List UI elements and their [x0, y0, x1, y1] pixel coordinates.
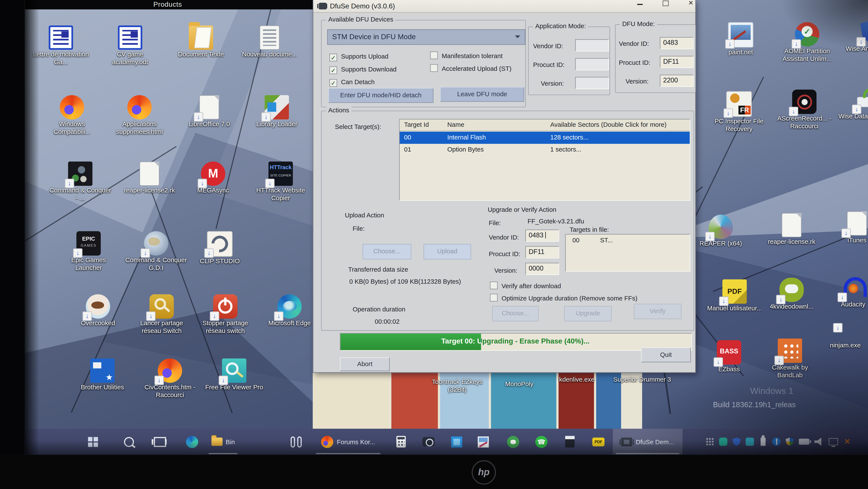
taskbar-notepad[interactable] — [559, 429, 581, 455]
desktop-icon-ezbass[interactable]: ↓EZbass — [698, 340, 760, 373]
upgrade-vendor-field[interactable]: 0483 — [525, 230, 559, 242]
taskbar-camera[interactable] — [417, 429, 440, 455]
taskbar-edge[interactable] — [181, 429, 203, 455]
desktop-icon-pc-inspector-file-recovery[interactable]: ↓PC Inspector File Recovery — [708, 91, 770, 133]
teal-app-tray-icon[interactable] — [719, 437, 727, 446]
desktop-icon-ninjam-exe[interactable]: ↓ninjam.exe — [814, 332, 868, 349]
desktop-icon-stopper-partage-r-seau-switch[interactable]: ↓Stopper partage réseau switch — [194, 294, 256, 335]
taskbar-firefox-window[interactable]: Forums Kor... — [313, 429, 383, 455]
desktop-icon-paint-net[interactable]: ↓paint.net — [710, 22, 772, 56]
supports-download-checkbox[interactable]: ✓Supports Download — [329, 65, 397, 73]
dfu-product-id-field[interactable]: DF11 — [660, 56, 693, 68]
leave-dfu-mode-button[interactable]: Leave DFU mode — [440, 87, 524, 102]
taskbar-switch-app[interactable] — [284, 429, 308, 455]
desktop-icon-wise-data-recovery[interactable]: ↓Wise Data Recovery — [836, 87, 868, 120]
targets-in-file-list[interactable]: 00 ST... — [565, 234, 690, 272]
upgrade-choose-button[interactable]: Choose... — [492, 306, 538, 321]
desktop-icon-audacity[interactable]: ↓Audacity — [822, 275, 868, 308]
avast-tray-icon[interactable] — [843, 437, 851, 446]
desktop-icon-epic-games-launcher[interactable]: ↓Epic Games Launcher — [58, 231, 120, 272]
desktop-icon-overcooked[interactable]: ↓Overcooked — [67, 294, 129, 327]
taskbar-calculator[interactable] — [390, 429, 412, 455]
desktop-icon-ascreenrecord-raccourci[interactable]: ↓AScreenRecord... - Raccourci — [773, 90, 835, 130]
file-target-row-00[interactable]: 00 ST... — [566, 237, 690, 247]
enter-dfu-mode-button[interactable]: Enter DFU mode/HID detach — [328, 88, 434, 103]
taskbar-video-app[interactable] — [502, 429, 524, 455]
upgrade-button[interactable]: Upgrade — [564, 306, 612, 321]
quit-button[interactable]: Quit — [641, 347, 691, 362]
supports-upload-checkbox[interactable]: ✓Supports Upload — [329, 53, 389, 60]
desktop-icon-monopoly[interactable]: ↓MonoPoly — [488, 371, 550, 388]
volume-tray-icon[interactable] — [814, 437, 824, 446]
battery-tray-icon[interactable] — [799, 438, 809, 445]
desktop-icon-wise-anti-malware[interactable]: ↓Wise Anti Malware — [841, 20, 868, 53]
desktop-icon-aomei-partition-assistant-unlim[interactable]: ↓AOMEI Partition Assistant Unlim... — [776, 22, 838, 63]
bluetooth-tray-icon[interactable] — [772, 437, 781, 446]
search-button[interactable] — [118, 429, 140, 455]
desktop-icon-4kvideodownl[interactable]: ↓4kvideodownl... — [761, 278, 823, 311]
taskbar-pdf-app[interactable] — [587, 429, 610, 455]
dfu-device-select[interactable]: STM Device in DFU Mode — [327, 29, 526, 45]
upload-button[interactable]: Upload — [424, 244, 471, 259]
target-list[interactable]: Target Id Name Available Sectors (Double… — [399, 119, 690, 201]
desktop-icon-command-conquer-g-d-i[interactable]: ↓Command & Conquer G.D.I — [125, 231, 187, 272]
desktop-icon-reaper-license2-rk[interactable]: reaper-license2.rk — [118, 161, 180, 194]
verify-button[interactable]: Verify — [634, 304, 681, 319]
taskbar-dfuse-window[interactable]: DfuSe Dem... — [613, 429, 683, 455]
verify-after-download-checkbox[interactable]: Verify after download — [490, 282, 561, 289]
cyan-app-tray-icon[interactable] — [746, 437, 754, 446]
desktop-icon-windows-compatibili[interactable]: Windows Compatibili... — [41, 95, 103, 136]
can-detach-checkbox[interactable]: ✓Can Detach — [329, 78, 375, 86]
desktop-icon-reaper-license-rk[interactable]: reaper-license.rk — [761, 213, 823, 246]
desktop-icon-microsoft-edge[interactable]: ↓Microsoft Edge — [258, 294, 320, 327]
task-view-button[interactable] — [149, 429, 171, 455]
app-vendor-id-field[interactable] — [575, 39, 609, 52]
taskbar-whatsapp[interactable] — [530, 429, 552, 455]
close-button[interactable]: ✕ — [686, 0, 695, 6]
grid-tray-icon[interactable] — [706, 437, 714, 446]
shield-tray-icon[interactable] — [733, 437, 741, 446]
maximize-button[interactable] — [661, 0, 670, 6]
desktop-icon-clip-studio[interactable]: ↓CLIP STUDIO — [189, 231, 251, 265]
usb-tray-icon[interactable] — [761, 437, 766, 446]
desktop-icon-brother-utilities[interactable]: Brother Utilities — [71, 358, 133, 391]
desktop-icon-nouveau-docume[interactable]: Nouveau docume... — [239, 25, 301, 58]
desktop-icon-megasync[interactable]: ↓MEGAsync — [182, 161, 244, 194]
desktop-icon-command-conquer[interactable]: ↓Command & Conquer - ... — [49, 161, 111, 202]
taskbar-photos[interactable] — [445, 429, 468, 455]
desktop-icon-libreoffice-7-0[interactable]: ↓LibreOffice 7.0 — [178, 95, 240, 128]
app-version-field[interactable] — [575, 77, 609, 89]
desktop-icon-applications-supprim-es-html[interactable]: Applications supprimées.html — [108, 95, 170, 136]
desktop-icon-civcontents-htm-raccourci[interactable]: ↓CivContents.htm - Raccourci — [139, 358, 201, 399]
desktop-icon-manuel-utilisateur[interactable]: ↓Manuel utilisateur... — [704, 280, 766, 312]
dfu-vendor-id-field[interactable]: 0483 — [660, 37, 693, 49]
window-titlebar[interactable]: DfuSe Demo (v3.0.6) ✕ — [313, 0, 695, 13]
desktop-icon-lettre-de-motivation-ga[interactable]: Lettre de motivation Ga... — [30, 25, 92, 66]
abort-button[interactable]: Abort — [340, 357, 390, 371]
upgrade-version-field[interactable]: 0000 — [525, 263, 559, 275]
app-product-id-field[interactable] — [575, 58, 609, 70]
desktop-icon-reaper-x64[interactable]: ↓REAPER (x64) — [690, 215, 752, 248]
upgrade-product-field[interactable]: DF11 — [525, 246, 559, 259]
desktop-icon-lancer-partage-r-seau-switch[interactable]: ↓Lancer partage réseau Switch — [131, 294, 193, 335]
desktop-icon-httrack-website-copier[interactable]: ↓HTTrack Website Copier — [250, 161, 312, 202]
desktop-icon-library-loader[interactable]: ↓Library Loader — [246, 95, 308, 128]
target-row-00[interactable]: 00 Internal Flash 128 sectors... — [400, 132, 690, 144]
desktop-icon-free-file-viewer-pro[interactable]: ↓Free File Viewer Pro — [203, 358, 265, 391]
network-tray-icon[interactable] — [829, 438, 838, 445]
dfu-version-field[interactable]: 2200 — [660, 75, 693, 87]
defender-tray-icon[interactable] — [785, 437, 794, 446]
accelerated-upload-checkbox[interactable]: Accelerated Upload (ST) — [430, 64, 512, 72]
upload-choose-button[interactable]: Choose... — [363, 244, 411, 259]
taskbar-paint[interactable] — [472, 429, 494, 455]
desktop-icon-document-texte[interactable]: Document Texte — [170, 25, 232, 58]
desktop-icon-cv-game-academy-odt[interactable]: CV game academy.odt — [99, 25, 161, 66]
target-row-01[interactable]: 01 Option Bytes 1 sectors... — [400, 144, 690, 156]
taskbar-bin-window[interactable]: Bin — [206, 429, 241, 455]
start-button[interactable] — [82, 429, 104, 455]
desktop-icon-cakewalk-by-bandlab[interactable]: ↓Cakewalk by BandLab — [759, 338, 821, 379]
manifestation-tolerant-checkbox[interactable]: Manifestation tolerant — [430, 52, 503, 59]
desktop-icon-itunes[interactable]: ↓iTunes — [826, 211, 868, 244]
minimize-button[interactable] — [636, 0, 644, 6]
optimize-upgrade-checkbox[interactable]: Optimize Upgrade duration (Remove some F… — [490, 294, 638, 301]
